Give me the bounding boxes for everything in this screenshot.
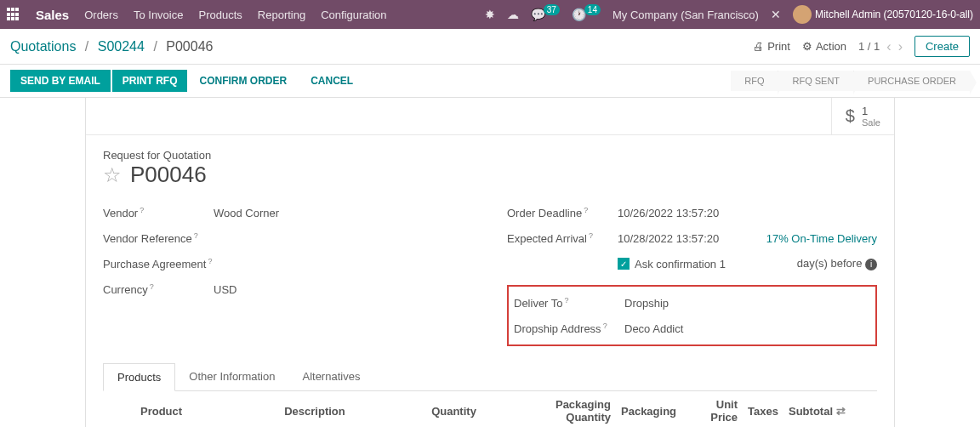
action-button[interactable]: ⚙ Action (802, 40, 846, 53)
create-button[interactable]: Create (914, 36, 970, 57)
days-before-label: day(s) before i (797, 257, 877, 270)
vendor-label: Vendor? (103, 206, 214, 219)
expected-arrival-value[interactable]: 10/28/2022 13:57:20 (618, 232, 719, 245)
deadline-value[interactable]: 10/26/2022 13:57:20 (618, 207, 719, 219)
tab-alternatives[interactable]: Alternatives (288, 363, 373, 390)
info-icon[interactable]: i (865, 259, 877, 270)
status-rfq[interactable]: RFQ (731, 71, 778, 91)
user-menu[interactable]: Mitchell Admin (20570120-16-0-all) (793, 5, 973, 24)
dollar-icon: $ (846, 106, 855, 126)
col-packaging[interactable]: Packaging (616, 391, 681, 427)
breadcrumb-current: P00046 (166, 39, 213, 54)
vendor-value[interactable]: Wood Corner (214, 207, 279, 219)
status-rfq-sent[interactable]: RFQ SENT (778, 71, 853, 91)
support-icon[interactable]: ☁ (507, 8, 519, 21)
highlight-box: Deliver To?Dropship Dropship Address?Dec… (507, 285, 877, 346)
tab-products[interactable]: Products (103, 363, 175, 391)
menu-to-invoice[interactable]: To Invoice (134, 9, 184, 21)
col-pkg-qty[interactable]: Packaging Quantity (510, 391, 616, 427)
avatar-icon (793, 5, 812, 24)
confirm-order-button[interactable]: CONFIRM ORDER (187, 70, 299, 92)
messages-icon[interactable]: 💬37 (531, 8, 560, 21)
msg-badge: 37 (544, 4, 560, 15)
activities-icon[interactable]: 🕐14 (572, 8, 601, 21)
breadcrumb-order[interactable]: S00244 (98, 39, 145, 54)
ontime-link[interactable]: 17% On-Time Delivery (766, 232, 877, 245)
vendor-ref-label: Vendor Reference? (103, 231, 214, 245)
menu-configuration[interactable]: Configuration (321, 9, 386, 21)
send-email-button[interactable]: SEND BY EMAIL (10, 70, 111, 92)
purchase-agreement-label: Purchase Agreement? (103, 257, 214, 270)
print-button[interactable]: 🖨 Print (753, 40, 790, 53)
clock-badge: 14 (584, 4, 601, 15)
expected-arrival-label: Expected Arrival? (507, 231, 618, 245)
ask-confirmation-label: Ask confirmation 1 (635, 258, 726, 270)
page-title: P00046 (130, 162, 207, 188)
status-po[interactable]: PURCHASE ORDER (853, 71, 970, 91)
col-description[interactable]: Description (279, 391, 426, 427)
subtitle: Request for Quotation (103, 149, 877, 162)
stat-count: 1 (862, 105, 880, 117)
dropship-address-label: Dropship Address? (514, 322, 624, 335)
menu-orders[interactable]: Orders (84, 9, 118, 21)
menu-products[interactable]: Products (198, 9, 242, 21)
print-rfq-button[interactable]: PRINT RFQ (112, 70, 188, 92)
apps-icon[interactable] (7, 8, 20, 21)
stat-label: Sale (862, 117, 880, 128)
cancel-button[interactable]: CANCEL (299, 70, 365, 92)
currency-label: Currency? (103, 282, 214, 296)
debug-icon[interactable]: ✸ (485, 8, 495, 21)
deliver-to-label: Deliver To? (514, 296, 624, 310)
stat-sale[interactable]: $ 1 Sale (831, 98, 894, 134)
currency-value[interactable]: USD (214, 283, 236, 296)
company-switcher[interactable]: My Company (San Francisco) (612, 9, 759, 21)
tools-icon[interactable]: ✕ (771, 8, 781, 21)
col-unit-price[interactable]: Unit Price (681, 391, 743, 427)
deadline-label: Order Deadline? (507, 206, 618, 219)
subtotal-settings-icon[interactable]: ⇄ (836, 405, 846, 418)
menu-reporting[interactable]: Reporting (258, 9, 305, 21)
pager-text: 1 / 1 (858, 40, 880, 53)
col-subtotal[interactable]: Subtotal⇄ (783, 391, 851, 427)
user-name: Mitchell Admin (20570120-16-0-all) (815, 9, 973, 20)
col-product[interactable]: Product (135, 391, 279, 427)
dropship-address-value[interactable]: Deco Addict (624, 322, 683, 335)
col-taxes[interactable]: Taxes (743, 391, 783, 427)
star-icon[interactable]: ☆ (103, 163, 122, 187)
tab-other-info[interactable]: Other Information (175, 363, 288, 390)
col-quantity[interactable]: Quantity (426, 391, 481, 427)
app-name[interactable]: Sales (36, 8, 69, 22)
pager-prev[interactable]: ‹ (886, 39, 891, 54)
breadcrumb-quotations[interactable]: Quotations (10, 39, 76, 54)
deliver-to-value[interactable]: Dropship (624, 297, 669, 310)
breadcrumb: Quotations / S00244 / P00046 (10, 39, 213, 54)
ask-confirmation-checkbox[interactable]: ✓ (618, 258, 630, 270)
pager-next[interactable]: › (898, 39, 903, 54)
